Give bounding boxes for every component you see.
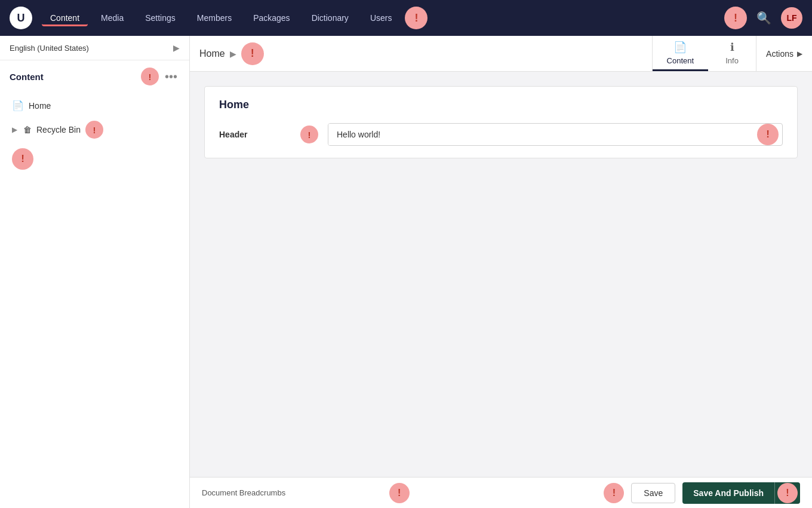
sidebar: English (United States) ▶ Content ! ••• … [0,36,190,508]
header-field-input[interactable] [328,124,757,145]
sidebar-section-actions: ! ••• [141,68,180,85]
avatar[interactable]: LF [781,7,802,29]
content-card: Home Header ! ! [204,86,798,158]
sidebar-section-title: Content [10,72,44,82]
sidebar-alert-badge[interactable]: ! [141,68,159,85]
header-field-input-wrapper: ! [328,123,783,146]
info-tab-icon: ℹ [730,41,734,54]
content-body: Home Header ! ! [190,72,812,477]
save-publish-divider [774,482,775,504]
header-field-alert-right[interactable]: ! [757,124,779,145]
sidebar-bottom-alert-badge[interactable]: ! [12,148,33,170]
sidebar-section-header: Content ! ••• [0,60,189,93]
save-publish-alert-badge[interactable]: ! [777,483,798,503]
search-icon[interactable]: 🔍 [754,8,774,27]
footer-alert-badge[interactable]: ! [389,483,410,503]
nav-item-dictionary[interactable]: Dictionary [303,10,357,26]
tab-info[interactable]: ℹ Info [708,36,756,71]
document-breadcrumbs-label: Document Breadcrumbs [202,488,382,497]
header-field-row: Header ! ! [219,123,783,146]
chevron-right-icon-recycle: ▶ [12,126,17,134]
chevron-right-icon: ▶ [173,43,180,53]
header-field-alert-left[interactable]: ! [300,126,318,143]
sidebar-item-label-recycle: Recycle Bin [36,125,81,134]
main-layout: English (United States) ▶ Content ! ••• … [0,36,812,508]
nav-item-media[interactable]: Media [93,10,132,26]
recycle-alert-badge[interactable]: ! [85,121,103,139]
breadcrumb-bar: Home ▶ ! [190,36,652,71]
nav-item-packages[interactable]: Packages [245,10,298,26]
save-and-publish-button[interactable]: Save And Publish ! [682,482,800,504]
tab-content-label: Content [667,56,694,65]
breadcrumb-arrow-icon: ▶ [230,49,236,59]
breadcrumb-home: Home [199,48,225,59]
content-footer: Document Breadcrumbs ! ! Save Save And P… [190,477,812,508]
nav-item-members[interactable]: Members [189,10,240,26]
header-field-label: Header [219,130,291,139]
tab-info-label: Info [725,56,739,65]
breadcrumb-alert-badge[interactable]: ! [241,42,264,65]
save-button[interactable]: Save [631,483,675,503]
document-tab-icon: 📄 [673,41,687,54]
content-header: Home ▶ ! 📄 Content ℹ Info Actions ▶ [190,36,812,72]
more-options-button[interactable]: ••• [162,69,180,84]
nav-alert-badge-right[interactable]: ! [724,7,747,29]
chevron-right-icon-actions: ▶ [797,50,802,58]
nav-item-users[interactable]: Users [362,10,401,26]
sidebar-item-label-home: Home [29,101,177,111]
top-nav: U Content Media Settings Members Package… [0,0,812,36]
sidebar-language-selector[interactable]: English (United States) ▶ [0,36,189,60]
nav-item-content[interactable]: Content [42,10,88,26]
tab-actions-label: Actions [766,49,793,59]
document-icon: 📄 [12,100,24,111]
nav-alert-badge[interactable]: ! [405,7,427,29]
save-and-publish-label: Save And Publish [682,483,774,503]
content-card-title: Home [219,99,783,111]
tab-content[interactable]: 📄 Content [653,36,709,71]
recycle-bin-icon: 🗑 [23,125,32,134]
tab-actions[interactable]: Actions ▶ [756,36,812,71]
nav-right: ! 🔍 LF [724,7,802,29]
tab-bar: 📄 Content ℹ Info Actions ▶ [652,36,812,71]
sidebar-item-recycle-bin[interactable]: ▶ 🗑 Recycle Bin ! [0,116,189,143]
content-panel: Home ▶ ! 📄 Content ℹ Info Actions ▶ [190,36,812,508]
logo[interactable]: U [10,7,32,29]
sidebar-tree: 📄 Home ▶ 🗑 Recycle Bin ! ! [0,93,189,172]
footer-save-alert-badge[interactable]: ! [604,483,624,503]
language-label: English (United States) [10,44,89,53]
nav-item-settings[interactable]: Settings [137,10,184,26]
sidebar-item-home[interactable]: 📄 Home [0,95,189,116]
